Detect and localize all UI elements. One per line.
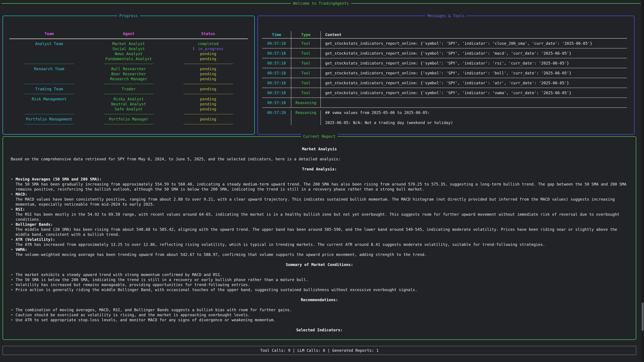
progress-row: Trading TeamTraderpending	[10, 86, 248, 91]
bullet-content: Use ATR to set appropriate stop-loss lev…	[16, 318, 628, 323]
report-heading: Market Analysis	[11, 146, 628, 151]
bullet-icon: •	[11, 307, 16, 312]
status-text: pending	[200, 72, 216, 76]
separator-line	[184, 124, 233, 124]
message-type: Tool	[291, 58, 320, 68]
bullet-text: Volatility has increased but remains man…	[16, 282, 628, 287]
progress-column-header: Agent	[89, 31, 168, 36]
bullet-content: The market exhibits a steady upward tren…	[16, 272, 628, 277]
bullet-icon: •	[11, 312, 16, 318]
separator-line	[24, 64, 74, 64]
bullet-text: The middle band (20 SMA) has been rising…	[16, 227, 628, 237]
message-time: 00:57:18	[262, 41, 291, 46]
progress-row: Analyst TeamMarket Analystcompleted	[10, 41, 248, 46]
separator-line	[24, 84, 74, 84]
message-time: 00:57:18	[262, 80, 291, 85]
status-text: pending	[200, 97, 216, 101]
messages-header-row: TimeTypeContent	[262, 31, 627, 38]
bullet-content: Volatility has increased but remains man…	[16, 282, 628, 287]
report-panel-title: Current Report	[301, 134, 338, 139]
bullet-label: VWMA:	[16, 247, 628, 252]
message-content: get_stockstats_indicators_report_online:…	[320, 68, 627, 78]
message-type: Reasoning	[291, 110, 320, 125]
messages-column-header: Type	[291, 31, 320, 38]
bullet-content: The combination of moving averages, MACD…	[16, 307, 628, 312]
bullet-content: Caution should be exercised as volatilit…	[16, 312, 628, 318]
progress-table: TeamAgentStatusAnalyst TeamMarket Analys…	[10, 31, 248, 127]
team-name: Trading Team	[10, 86, 89, 91]
section-heading: Trend Analysis:	[11, 167, 628, 172]
progress-row: Safe Analystpending	[10, 107, 248, 112]
bullet-item: •VWMA:The volume-weighted moving average…	[11, 247, 628, 257]
message-time: 00:57:18	[262, 70, 291, 76]
bullet-content: RSI:The RSI has been mostly in the 54.92…	[16, 207, 628, 222]
stats-bar: Tool Calls: 9 | LLM Calls: 6 | Generated…	[2, 346, 636, 355]
status-text: completed	[198, 41, 219, 46]
separator-cell	[10, 122, 89, 127]
message-content-line: 2025-06-05: N/A: Not a trading day (week…	[325, 120, 627, 125]
progress-row: Portfolio ManagementPortfolio Managerpen…	[10, 117, 248, 122]
spinner-icon: ⠇	[193, 46, 196, 51]
separator-line	[184, 94, 233, 94]
bullet-icon: •	[11, 318, 16, 323]
message-time: 00:57:18	[262, 90, 291, 95]
message-time: 00:57:18	[262, 61, 291, 66]
separator-line	[184, 84, 233, 84]
progress-panel-title: Progress	[118, 13, 140, 18]
progress-header-row: TeamAgentStatus	[10, 31, 248, 36]
agent-name: Portfolio Manager	[89, 117, 168, 122]
scrollbar-thumb[interactable]	[642, 303, 644, 331]
agent-status: pending	[168, 117, 248, 122]
bullet-text: The volume-weighted moving average has b…	[16, 252, 628, 257]
separator-cell	[89, 91, 168, 96]
terminal-screen: Welcome to TradingAgents Progress TeamAg…	[0, 0, 644, 362]
bullet-text: Price action is generally riding the mid…	[16, 287, 628, 292]
separator-line	[24, 124, 74, 124]
agent-name: Bear Researcher	[89, 71, 168, 76]
separator-cell	[89, 81, 168, 86]
message-content-line	[325, 115, 627, 120]
bullet-text: The RSI has been mostly in the 54.92 to …	[16, 212, 628, 222]
bullet-text: The ATR has increased from approximately…	[16, 242, 628, 247]
separator-line	[104, 94, 154, 94]
separator-line	[24, 94, 74, 94]
agent-status: pending	[168, 56, 248, 61]
bullet-text: The 50 SMA is below the 200 SMA, indicat…	[16, 277, 628, 282]
bullet-label: Moving Averages (50 SMA and 200 SMA):	[16, 177, 628, 182]
app-title: Welcome to TradingAgents	[291, 1, 351, 6]
message-time: 00:57:18	[262, 51, 291, 56]
bullet-item: •Caution should be exercised as volatili…	[11, 312, 628, 318]
progress-column-header: Team	[10, 31, 89, 36]
status-text: pending	[200, 102, 216, 106]
bullet-item: •The combination of moving averages, MAC…	[11, 307, 628, 312]
messages-column-header: Time	[262, 32, 291, 37]
agent-name: Research Manager	[89, 76, 168, 81]
bullet-icon: •	[11, 207, 16, 222]
agent-status: completed	[168, 41, 248, 46]
bullet-text: Caution should be exercised as volatilit…	[16, 312, 628, 318]
bullet-icon: •	[11, 237, 16, 247]
header-rule-right	[351, 3, 641, 4]
agent-status: pending	[168, 102, 248, 107]
message-type: Tool	[291, 88, 320, 97]
agent-status: pending	[168, 66, 248, 71]
bullet-content: MACD:The MACD values have been consisten…	[16, 192, 628, 207]
agent-name: Bull Researcher	[89, 66, 168, 71]
separator-line	[184, 114, 233, 114]
agent-name: Trader	[89, 86, 168, 91]
bullet-item: •The market exhibits a steady upward tre…	[11, 272, 628, 277]
messages-column-header: Content	[320, 31, 627, 38]
bullet-content: Bollinger Bands:The middle band (20 SMA)…	[16, 222, 628, 237]
progress-group-separator	[10, 91, 248, 96]
bullet-item: •Bollinger Bands:The middle band (20 SMA…	[11, 222, 628, 237]
message-content: get_stockstats_indicators_report_online:…	[320, 78, 627, 88]
progress-group-separator	[10, 81, 248, 86]
agent-name: Neutral Analyst	[89, 102, 168, 107]
scrollbar[interactable]	[641, 0, 644, 362]
message-content: get_stockstats_indicators_report_online:…	[320, 38, 627, 48]
bullet-item: •Volatility has increased but remains ma…	[11, 282, 628, 287]
bullet-label: ATR (Volatility):	[16, 237, 628, 242]
bullet-icon: •	[11, 192, 16, 207]
team-name: Risk Management	[10, 96, 89, 102]
progress-row: Social Analyst⠇ in_progress	[10, 46, 248, 51]
